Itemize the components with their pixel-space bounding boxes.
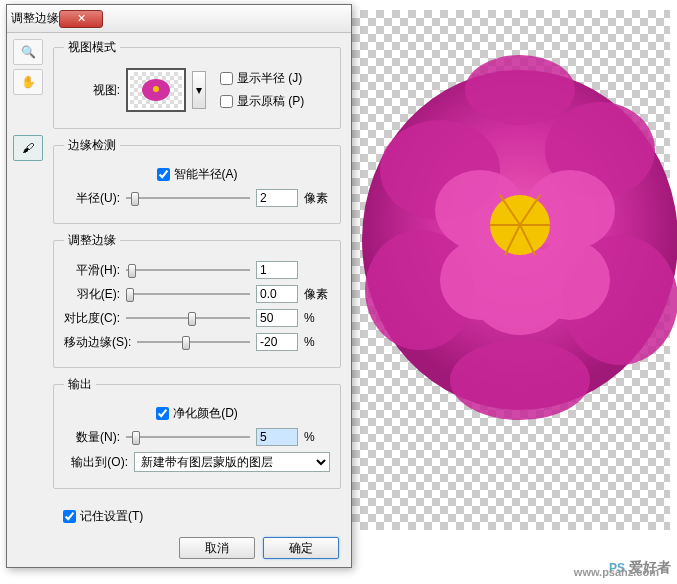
remember-settings-label: 记住设置(T) (80, 508, 143, 525)
watermark-url: www.psahz.com (574, 566, 659, 578)
amount-input[interactable] (256, 428, 298, 446)
contrast-unit: % (304, 311, 330, 325)
shift-edge-input[interactable] (256, 333, 298, 351)
smart-radius-label: 智能半径(A) (174, 166, 238, 183)
hand-icon: ✋ (21, 75, 36, 89)
adjust-edge-group: 调整边缘 平滑(H): 羽化(E): 像素 对比度(C): % 移动边缘(S): (53, 232, 341, 368)
smooth-slider[interactable] (126, 262, 250, 278)
dialog-title: 调整边缘 (11, 10, 59, 27)
radius-unit: 像素 (304, 190, 330, 207)
magnifier-icon: 🔍 (21, 45, 36, 59)
show-radius-checkbox[interactable]: 显示半径 (J) (220, 70, 304, 87)
svg-point-6 (465, 55, 575, 125)
feather-unit: 像素 (304, 286, 330, 303)
feather-slider[interactable] (126, 286, 250, 302)
view-mode-group: 视图模式 视图: ▾ 显示半径 (J) 显示原稿 (P) (53, 39, 341, 129)
remember-settings-checkbox[interactable]: 记住设置(T) (63, 508, 143, 525)
refine-brush-tool-button[interactable]: 🖌 (13, 135, 43, 161)
view-label: 视图: (64, 82, 120, 99)
output-to-label: 输出到(O): (64, 454, 128, 471)
output-legend: 输出 (64, 376, 96, 393)
view-thumbnail[interactable] (126, 68, 186, 112)
cancel-button[interactable]: 取消 (179, 537, 255, 559)
brush-icon: 🖌 (22, 141, 34, 155)
output-group: 输出 净化颜色(D) 数量(N): % 输出到(O): 新建带有图层蒙版的图层 (53, 376, 341, 489)
decontaminate-colors-checkbox[interactable]: 净化颜色(D) (156, 405, 238, 422)
radius-slider[interactable] (126, 190, 250, 206)
amount-unit: % (304, 430, 330, 444)
view-mode-legend: 视图模式 (64, 39, 120, 56)
decontaminate-colors-label: 净化颜色(D) (173, 405, 238, 422)
show-radius-label: 显示半径 (J) (237, 70, 302, 87)
svg-point-20 (153, 86, 159, 92)
edge-detection-group: 边缘检测 智能半径(A) 半径(U): 像素 (53, 137, 341, 224)
svg-point-11 (530, 240, 610, 320)
show-original-checkbox[interactable]: 显示原稿 (P) (220, 93, 304, 110)
amount-label: 数量(N): (64, 429, 120, 446)
ok-button[interactable]: 确定 (263, 537, 339, 559)
watermark: PS爱好者 www.psahz.com (609, 552, 671, 578)
smooth-label: 平滑(H): (64, 262, 120, 279)
amount-slider[interactable] (126, 429, 250, 445)
zoom-tool-button[interactable]: 🔍 (13, 39, 43, 65)
show-original-label: 显示原稿 (P) (237, 93, 304, 110)
svg-point-5 (450, 340, 590, 420)
close-button[interactable]: ✕ (59, 10, 103, 28)
dialog-titlebar[interactable]: 调整边缘 ✕ (7, 5, 351, 33)
chevron-down-icon: ▾ (196, 83, 202, 97)
flower-image (360, 40, 677, 420)
contrast-slider[interactable] (126, 310, 250, 326)
shift-edge-unit: % (304, 335, 330, 349)
hand-tool-button[interactable]: ✋ (13, 69, 43, 95)
contrast-input[interactable] (256, 309, 298, 327)
edge-detection-legend: 边缘检测 (64, 137, 120, 154)
smooth-input[interactable] (256, 261, 298, 279)
feather-input[interactable] (256, 285, 298, 303)
refine-edge-dialog: 调整边缘 ✕ 🔍 ✋ 🖌 视图模式 视图: ▾ 显示半径 (J) 显示 (6, 4, 352, 568)
output-to-select[interactable]: 新建带有图层蒙版的图层 (134, 452, 330, 472)
feather-label: 羽化(E): (64, 286, 120, 303)
radius-label: 半径(U): (64, 190, 120, 207)
adjust-edge-legend: 调整边缘 (64, 232, 120, 249)
contrast-label: 对比度(C): (64, 310, 120, 327)
shift-edge-slider[interactable] (137, 334, 250, 350)
view-dropdown-button[interactable]: ▾ (192, 71, 206, 109)
radius-input[interactable] (256, 189, 298, 207)
shift-edge-label: 移动边缘(S): (64, 334, 131, 351)
smart-radius-checkbox[interactable]: 智能半径(A) (157, 166, 238, 183)
